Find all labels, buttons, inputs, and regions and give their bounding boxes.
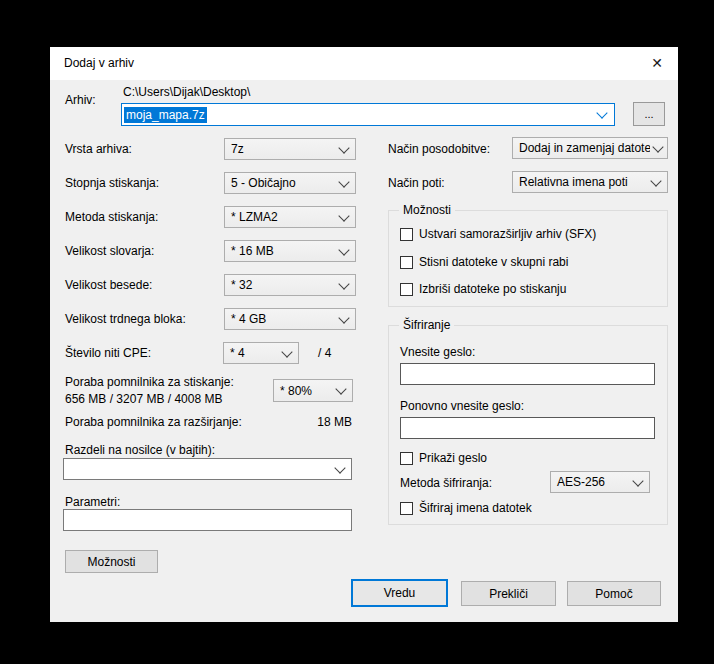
solid-block-size-label: Velikost trdnega bloka:: [65, 312, 186, 326]
cpu-threads-combobox[interactable]: * 4: [223, 342, 299, 364]
sfx-checkbox-label: Ustvari samorazširljiv arhiv (SFX): [419, 227, 596, 241]
compression-method-label: Metoda stiskanja:: [65, 210, 158, 224]
show-password-checkbox-row[interactable]: Prikaži geslo: [400, 451, 487, 465]
cancel-button[interactable]: Prekliči: [461, 581, 556, 606]
path-mode-label: Način poti:: [388, 176, 445, 190]
options-button[interactable]: Možnosti: [65, 550, 158, 573]
solid-block-size-combobox[interactable]: * 4 GB: [224, 308, 356, 330]
archive-format-label: Vrsta arhiva:: [65, 142, 132, 156]
encrypt-names-label: Šifriraj imena datotek: [419, 501, 532, 515]
sfx-checkbox[interactable]: [400, 228, 413, 241]
help-button[interactable]: Pomoč: [567, 581, 661, 606]
chevron-down-icon: [334, 462, 345, 473]
reenter-password-label: Ponovno vnesite geslo:: [400, 399, 524, 413]
shared-files-checkbox[interactable]: [400, 256, 413, 269]
memory-compress-label: Poraba pomnilnika za stiskanje:: [65, 375, 234, 389]
chevron-down-icon: [281, 346, 292, 357]
compression-level-label: Stopnja stiskanja:: [65, 176, 159, 190]
archive-name-combobox[interactable]: moja_mapa.7z: [121, 103, 615, 126]
compression-level-combobox[interactable]: 5 - Običajno: [224, 172, 356, 194]
archive-filename: moja_mapa.7z: [124, 107, 207, 123]
add-to-archive-dialog: Dodaj v arhiv ✕ Arhiv: C:\Users\Dijak\De…: [50, 47, 678, 622]
compression-method-combobox[interactable]: * LZMA2: [224, 206, 356, 228]
delete-after-checkbox-row[interactable]: Izbriši datoteke po stiskanju: [400, 282, 566, 296]
memory-decompress-label: Poraba pomnilnika za razširjanje:: [65, 415, 242, 429]
chevron-down-icon: [338, 210, 349, 221]
titlebar: Dodaj v arhiv ✕: [50, 47, 678, 80]
update-mode-combobox[interactable]: Dodaj in zamenjaj datoteke: [512, 137, 668, 159]
options-group-title: Možnosti: [399, 203, 455, 217]
word-size-combobox[interactable]: * 32: [224, 274, 356, 296]
update-mode-label: Način posodobitve:: [388, 142, 490, 156]
chevron-down-icon: [596, 107, 607, 118]
parameters-label: Parametri:: [65, 495, 120, 509]
cpu-threads-label: Število niti CPE:: [65, 346, 151, 360]
enter-password-label: Vnesite geslo:: [400, 345, 475, 359]
shared-files-checkbox-row[interactable]: Stisni datoteke v skupni rabi: [400, 255, 568, 269]
reenter-password-input[interactable]: [400, 417, 655, 439]
chevron-down-icon: [652, 141, 663, 152]
show-password-checkbox[interactable]: [400, 452, 413, 465]
chevron-down-icon: [335, 383, 346, 394]
close-icon[interactable]: ✕: [646, 53, 668, 73]
dialog-title: Dodaj v arhiv: [64, 56, 134, 70]
encryption-method-label: Metoda šifriranja:: [400, 476, 492, 490]
encryption-method-combobox[interactable]: AES-256: [550, 471, 650, 493]
memory-usage-combobox[interactable]: * 80%: [273, 379, 353, 402]
parameters-input[interactable]: [63, 509, 352, 531]
word-size-label: Velikost besede:: [65, 278, 152, 292]
encrypt-names-checkbox[interactable]: [400, 502, 413, 515]
show-password-label: Prikaži geslo: [419, 451, 487, 465]
password-input[interactable]: [400, 363, 655, 385]
cpu-threads-max: / 4: [318, 346, 331, 360]
sfx-checkbox-row[interactable]: Ustvari samorazširljiv arhiv (SFX): [400, 227, 596, 241]
encryption-group-title: Šifriranje: [399, 318, 454, 332]
archive-label: Arhiv:: [65, 93, 96, 107]
chevron-down-icon: [650, 175, 661, 186]
delete-after-checkbox[interactable]: [400, 283, 413, 296]
chevron-down-icon: [338, 312, 349, 323]
browse-button[interactable]: ...: [633, 102, 665, 126]
dictionary-size-combobox[interactable]: * 16 MB: [224, 240, 356, 262]
shared-files-checkbox-label: Stisni datoteke v skupni rabi: [419, 255, 568, 269]
archive-format-combobox[interactable]: 7z: [224, 138, 356, 160]
memory-decompress-value: 18 MB: [272, 415, 352, 429]
split-volumes-label: Razdeli na nosilce (v bajtih):: [65, 443, 215, 457]
archive-path: C:\Users\Dijak\Desktop\: [123, 85, 250, 99]
path-mode-combobox[interactable]: Relativna imena poti: [512, 171, 668, 193]
chevron-down-icon: [338, 278, 349, 289]
memory-compress-detail: 656 MB / 3207 MB / 4008 MB: [65, 392, 222, 406]
chevron-down-icon: [338, 244, 349, 255]
encrypt-names-checkbox-row[interactable]: Šifriraj imena datotek: [400, 501, 532, 515]
ok-button[interactable]: Vredu: [351, 579, 448, 607]
delete-after-checkbox-label: Izbriši datoteke po stiskanju: [419, 282, 566, 296]
dictionary-size-label: Velikost slovarja:: [65, 244, 154, 258]
chevron-down-icon: [632, 475, 643, 486]
chevron-down-icon: [338, 176, 349, 187]
chevron-down-icon: [338, 142, 349, 153]
split-volumes-combobox[interactable]: [63, 458, 352, 480]
